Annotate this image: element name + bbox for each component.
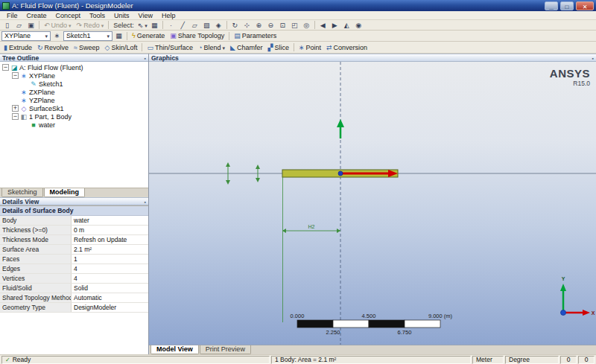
angle-unit: Degree — [509, 356, 530, 363]
revolve-button[interactable]: ↻Revolve — [35, 42, 71, 52]
details-row[interactable]: Vertices4 — [0, 274, 148, 284]
previous-view-icon[interactable]: ◀ — [317, 20, 329, 30]
toolbar-separator — [142, 43, 142, 51]
edge-filter-icon[interactable]: ╱ — [177, 20, 188, 30]
plane-icon: ∗ — [20, 97, 28, 104]
details-row[interactable]: Fluid/SolidSolid — [0, 284, 148, 293]
pin-icon[interactable] — [592, 54, 594, 62]
blend-button[interactable]: ◔Blend — [196, 42, 227, 52]
detail-label: Fluid/Solid — [0, 284, 72, 293]
generate-button[interactable]: ϟ Generate — [130, 31, 167, 41]
new-sketch-icon[interactable]: ▦ — [113, 31, 124, 41]
magnifier-icon[interactable]: ◎ — [301, 20, 312, 30]
isometric-view-icon[interactable]: ◭ — [341, 20, 352, 30]
toolbar-separator — [108, 21, 109, 29]
redo-button[interactable]: ↷ Redo — [74, 20, 107, 30]
pin-icon[interactable] — [145, 54, 146, 62]
tree-item-water[interactable]: ■ water — [0, 121, 148, 129]
expand-icon[interactable] — [12, 105, 19, 112]
box-select-icon[interactable]: ▦ — [149, 20, 160, 30]
tab-model-view[interactable]: Model View — [150, 345, 199, 354]
open-file-icon[interactable]: ▱ — [13, 20, 25, 30]
tree-item-yzplane[interactable]: ∗ YZPlane — [0, 96, 148, 104]
tab-modeling[interactable]: Modeling — [44, 188, 86, 197]
menu-concept[interactable]: Concept — [51, 12, 86, 19]
origin-vertex[interactable] — [338, 171, 343, 176]
extrude-button[interactable]: ▮Extrude — [1, 42, 34, 52]
thin-surface-icon: ▭ — [147, 44, 153, 51]
minimize-button[interactable] — [545, 1, 558, 10]
adjacency-filter-icon[interactable]: ◈ — [213, 20, 224, 30]
parameters-button[interactable]: ▤ Parameters — [232, 31, 279, 41]
zoom-in-icon[interactable]: ⊕ — [253, 20, 264, 30]
tree-item-label: SurfaceSk1 — [29, 105, 64, 112]
conversion-button[interactable]: ⇄Conversion — [324, 42, 370, 52]
menu-create[interactable]: Create — [22, 12, 51, 19]
menu-help[interactable]: Help — [157, 12, 180, 19]
menu-file[interactable]: File — [2, 12, 22, 19]
title-bar[interactable]: A: Fluid Flow (Fluent) - DesignModeler — [0, 0, 596, 11]
menu-view[interactable]: View — [134, 12, 157, 19]
look-at-face-icon[interactable]: ◉ — [353, 20, 364, 30]
zoom-out-icon[interactable]: ⊖ — [265, 20, 276, 30]
dimension-label[interactable]: H2 — [308, 224, 315, 229]
triad-y-arrowhead — [560, 284, 566, 291]
undo-button[interactable]: ↶ Undo — [42, 20, 74, 30]
details-row[interactable]: Bodywater — [0, 216, 148, 226]
vertex-filter-icon[interactable]: ∙ — [165, 20, 177, 30]
parameters-label: Parameters — [242, 32, 277, 39]
tree-item-part-body[interactable]: ◧ 1 Part, 1 Body — [0, 112, 148, 121]
next-view-icon[interactable]: ▶ — [329, 20, 340, 30]
skin-loft-button[interactable]: ◇Skin/Loft — [103, 42, 140, 52]
face-filter-icon[interactable]: ▱ — [189, 20, 200, 30]
box-zoom-icon[interactable]: ⊡ — [277, 20, 288, 30]
conversion-label: Conversion — [334, 44, 368, 51]
select-mode-icon[interactable]: ⇖ — [137, 20, 148, 30]
details-row[interactable]: Geometry TypeDesignModeler — [0, 303, 148, 313]
tree-item-fluid-flow[interactable]: ◪ A: Fluid Flow (Fluent) — [0, 63, 148, 71]
graphics-viewport[interactable]: H2 — [149, 62, 596, 345]
close-button[interactable] — [576, 1, 594, 10]
menu-tools[interactable]: Tools — [85, 12, 110, 19]
triad-x-arrowhead — [583, 310, 590, 316]
details-row[interactable]: Thickness ModeRefresh on Update — [0, 235, 148, 245]
share-topology-button[interactable]: ▣ Share Topology — [168, 31, 226, 41]
collapse-icon[interactable] — [12, 72, 19, 79]
body-filter-icon[interactable]: ▧ — [201, 20, 212, 30]
zoom-to-fit-icon[interactable]: ◰ — [289, 20, 300, 30]
point-button[interactable]: ∗Point — [297, 42, 323, 52]
maximize-button[interactable] — [560, 1, 574, 10]
pin-icon[interactable] — [145, 198, 146, 205]
slice-button[interactable]: ▞Slice — [265, 42, 291, 52]
body-icon: ■ — [30, 121, 37, 129]
plane-select[interactable]: XYPlane — [1, 31, 51, 41]
details-row[interactable]: Edges4 — [0, 264, 148, 274]
collapse-icon[interactable] — [12, 113, 19, 120]
tree-item-label: water — [39, 121, 55, 129]
tree-item-sketch1[interactable]: ✎ Sketch1 — [0, 80, 148, 88]
chamfer-button[interactable]: ◣Chamfer — [228, 42, 264, 52]
details-row[interactable]: Shared Topology MethodAutomatic — [0, 293, 148, 303]
sweep-button[interactable]: ≈Sweep — [72, 42, 101, 52]
thin-surface-button[interactable]: ▭Thin/Surface — [145, 42, 195, 52]
menu-units[interactable]: Units — [110, 12, 134, 19]
sketch-select[interactable]: Sketch1 — [63, 31, 112, 41]
status-bar: Ready 1 Body: Area = 2.1 m² Meter Degree… — [0, 354, 596, 364]
save-icon[interactable]: ▣ — [25, 20, 37, 30]
tree-item-xyplane[interactable]: ∗ XYPlane — [0, 71, 148, 80]
tree-item-zxplane[interactable]: ∗ ZXPlane — [0, 88, 148, 96]
new-document-icon[interactable]: ▯ — [1, 20, 13, 30]
ruler-label-q3: 6.750 — [398, 329, 412, 336]
tree-item-surfacesk1[interactable]: ◇ SurfaceSk1 — [0, 104, 148, 112]
tab-print-preview[interactable]: Print Preview — [200, 345, 251, 354]
details-row[interactable]: Faces1 — [0, 255, 148, 264]
new-plane-icon[interactable]: ∗ — [51, 31, 63, 41]
details-row[interactable]: Thickness (>=0)0 m — [0, 226, 148, 235]
pan-view-icon[interactable]: ⊹ — [241, 20, 253, 30]
collapse-icon[interactable] — [2, 64, 9, 71]
tab-sketching[interactable]: Sketching — [1, 188, 43, 197]
orientation-triad[interactable]: Y X — [560, 276, 595, 316]
rotate-view-icon[interactable]: ↻ — [229, 20, 241, 30]
details-row[interactable]: Surface Area2.1 m² — [0, 245, 148, 255]
expander-spacer — [22, 121, 28, 128]
